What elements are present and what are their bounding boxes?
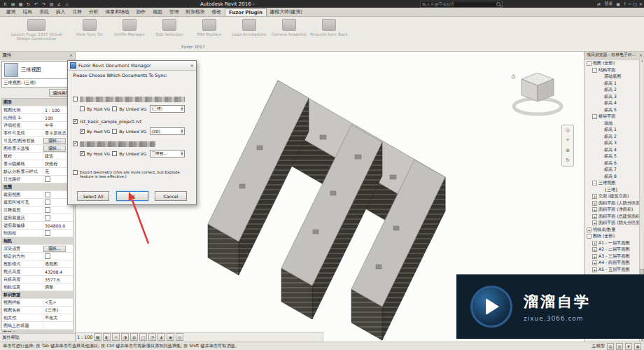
close-icon[interactable]: × xyxy=(190,63,194,69)
document-checkbox[interactable] xyxy=(73,97,78,102)
close-icon[interactable]: × xyxy=(639,52,643,57)
tree-toggle-icon[interactable]: - xyxy=(592,114,597,119)
tree-toggle-icon[interactable] xyxy=(598,148,603,153)
tree-toggle-icon[interactable]: + xyxy=(592,267,597,272)
tree-item[interactable]: - 图纸 (全部) xyxy=(584,233,644,240)
tree-item[interactable]: 标高 1 xyxy=(584,127,644,134)
tree-toggle-icon[interactable]: + xyxy=(592,241,597,246)
view-scale-label[interactable]: 1 : 100 xyxy=(77,335,92,340)
ribbon-tab[interactable]: 修改 xyxy=(209,8,225,16)
ribbon-tab[interactable]: 体量和场地 xyxy=(102,8,133,16)
tree-toggle-icon[interactable]: + xyxy=(592,207,597,212)
exchange-icon[interactable]: ⇄ xyxy=(597,1,601,6)
tree-item[interactable]: {三维} xyxy=(584,187,644,194)
search-icon[interactable] xyxy=(496,2,500,6)
tree-toggle-icon[interactable] xyxy=(598,127,603,132)
tree-toggle-icon[interactable] xyxy=(598,74,603,79)
ribbon-tab[interactable]: 建模大师(建筑) xyxy=(267,8,306,16)
dialog-titlebar[interactable]: Fuzor Revit Document Manager × xyxy=(68,61,196,71)
instance-selector[interactable]: 三维视图: (三维) ▾ xyxy=(1,79,74,88)
design-options-icon[interactable]: ▥ xyxy=(616,343,623,350)
tree-toggle-icon[interactable] xyxy=(598,161,603,166)
ribbon-button[interactable]: FBX Replace xyxy=(190,18,228,36)
tree-item[interactable]: - 楼层平面 xyxy=(584,113,644,120)
tree-toggle-icon[interactable] xyxy=(598,141,603,146)
ribbon-tab[interactable]: Fuzor Plugin xyxy=(225,8,267,16)
scroll-up-icon[interactable]: ▴ xyxy=(640,59,644,62)
tree-item[interactable]: 标高 5 xyxy=(584,153,644,160)
close-icon[interactable]: × xyxy=(639,1,643,6)
signin-label[interactable]: 登录 xyxy=(604,1,612,7)
tree-toggle-icon[interactable]: - xyxy=(587,234,592,239)
ribbon-button[interactable]: Unifile Manager xyxy=(111,18,148,36)
search-input[interactable]: 输入关键字或短语 xyxy=(420,1,503,8)
tree-item[interactable]: 标高 4 xyxy=(584,147,644,154)
save-icon[interactable]: ▦ xyxy=(18,1,24,7)
crop-region-icon[interactable]: ◔ xyxy=(148,333,156,341)
property-value[interactable]: <无> xyxy=(43,300,73,306)
help-icon[interactable]: ? xyxy=(624,1,626,6)
detail-level-icon[interactable]: ▦ xyxy=(94,333,102,341)
document-checkbox[interactable] xyxy=(73,141,78,146)
tree-toggle-icon[interactable]: + xyxy=(592,201,597,206)
minimize-icon[interactable]: ─ xyxy=(629,1,631,6)
property-value[interactable]: 透视图 xyxy=(43,261,73,267)
sync-icon[interactable]: ↻ xyxy=(25,1,31,7)
app-menu-icon[interactable]: R xyxy=(2,1,8,7)
tree-item[interactable]: 标高 8 xyxy=(584,174,644,181)
close-icon[interactable]: × xyxy=(69,52,73,57)
tree-toggle-icon[interactable] xyxy=(598,101,603,106)
view-select-dropdown[interactable]: (三维) ▾ xyxy=(150,105,185,113)
redo-icon[interactable]: ↷ xyxy=(41,1,47,7)
tree-item[interactable]: 标高 3 xyxy=(584,94,644,101)
tree-item[interactable]: - 三维视图 xyxy=(584,180,644,187)
property-value[interactable]: {三维} xyxy=(43,307,73,314)
tree-item[interactable]: 标高 7 xyxy=(584,167,644,174)
property-value[interactable] xyxy=(43,230,73,236)
export-geometry-checkbox[interactable] xyxy=(73,170,78,175)
dialog-button[interactable]: Select All xyxy=(77,191,109,201)
document-checkbox[interactable] xyxy=(73,119,78,124)
filter-icon[interactable]: ▼ xyxy=(625,343,632,350)
ribbon-tab[interactable]: 建筑 xyxy=(3,8,20,16)
active-model-label[interactable]: 主模型 xyxy=(592,343,605,349)
ribbon-button[interactable]: Request Sync Back xyxy=(310,18,348,36)
tree-item[interactable]: - 视图 (全部) xyxy=(584,60,644,67)
tree-item[interactable]: + 明细表/数量 xyxy=(584,227,644,234)
temporary-hide-icon[interactable]: ◖ xyxy=(158,333,165,341)
ribbon-tab[interactable]: 管理 xyxy=(166,8,183,16)
tree-item[interactable]: + A3 - 三层平面图 xyxy=(584,253,644,260)
ribbon-tab[interactable]: 协作 xyxy=(133,8,150,16)
tree-item[interactable]: 场地 xyxy=(584,120,644,127)
ribbon-button[interactable]: Load Annotations xyxy=(230,18,268,36)
ribbon-tab[interactable]: 插入 xyxy=(52,8,69,16)
tree-toggle-icon[interactable]: - xyxy=(592,68,597,73)
render-icon[interactable]: ◍ xyxy=(130,333,138,341)
temporary-view-icon[interactable]: ◎ xyxy=(176,333,183,341)
by-linked-vg-checkbox[interactable] xyxy=(112,106,117,111)
property-value[interactable] xyxy=(43,207,73,213)
tree-toggle-icon[interactable] xyxy=(598,174,603,179)
by-host-vg-checkbox[interactable] xyxy=(80,106,85,111)
tree-item[interactable]: + A4 - 四层平面图 xyxy=(584,260,644,267)
tree-toggle-icon[interactable] xyxy=(598,167,603,172)
property-value[interactable]: 3577.6 xyxy=(43,277,73,282)
property-value[interactable]: 不相关 xyxy=(43,315,73,321)
property-value[interactable]: 调整 xyxy=(43,284,73,290)
tree-item[interactable]: + 面积平面 (人防分区面积) xyxy=(584,200,644,207)
tree-toggle-icon[interactable]: + xyxy=(592,214,597,219)
by-host-vg-checkbox[interactable] xyxy=(80,151,85,156)
property-value[interactable] xyxy=(43,253,73,259)
crop-view-icon[interactable]: ▢ xyxy=(139,333,147,341)
tree-item[interactable]: 标高 2 xyxy=(584,134,644,141)
properties-help[interactable]: 属性帮助 xyxy=(0,333,75,342)
tree-item[interactable]: + 面积平面 (净面积) xyxy=(584,206,644,214)
tree-item[interactable]: 标高 4 xyxy=(584,100,644,107)
ribbon-tab[interactable]: 附加模块 xyxy=(182,8,208,16)
tree-item[interactable]: + A2 - 二层平面图 xyxy=(584,246,644,253)
worksets-icon[interactable]: ▤ xyxy=(607,343,614,350)
tree-toggle-icon[interactable]: + xyxy=(592,194,597,199)
property-value[interactable]: 编辑... xyxy=(43,146,66,152)
ribbon-button[interactable]: Launch Fuzor 2017 Virtual Design Constru… xyxy=(4,18,69,41)
navigation-wheel-icon[interactable]: ◎ xyxy=(566,128,570,133)
